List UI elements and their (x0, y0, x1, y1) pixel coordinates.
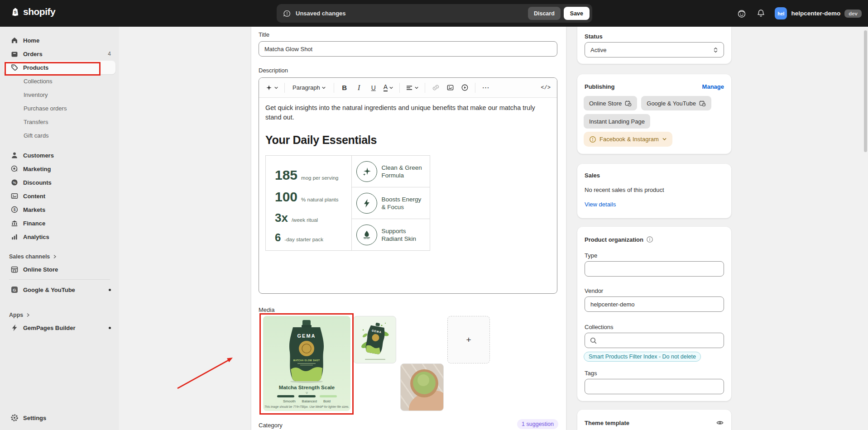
sidebar-item-discounts[interactable]: % Discounts (4, 176, 115, 189)
collection-tag[interactable]: Smart Products Filter Index - Do not del… (584, 352, 701, 362)
product-organization-card: Product organization Type Vendor Collect… (577, 227, 731, 401)
align-left-icon (406, 84, 413, 91)
media-thumbnail-featured[interactable]: GEMA MATCHA GLOW SHOT Matcha Strength Sc… (263, 316, 350, 411)
sidebar-nav: Home Orders 4 Products Collections Inven… (0, 27, 119, 430)
tags-input[interactable] (585, 379, 724, 394)
gear-icon (10, 413, 19, 422)
italic-button[interactable]: I (353, 81, 365, 95)
title-input[interactable] (259, 41, 557, 57)
sidebar-item-gempages[interactable]: GemPages Builder (4, 321, 115, 334)
pouch-brand-text: GEMA (297, 333, 316, 339)
sidebar-item-content[interactable]: Content (4, 189, 115, 203)
content-icon (10, 191, 19, 201)
sidebar-item-markets[interactable]: $ Markets (4, 203, 115, 216)
publishing-title: Publishing (585, 83, 614, 90)
eye-icon[interactable] (716, 419, 724, 427)
sidebar-item-orders[interactable]: Orders 4 (4, 47, 115, 61)
feature-row: Boosts Energy & Focus (352, 187, 430, 219)
sidekick-assistant-icon[interactable] (736, 8, 747, 19)
app-status-dot (109, 327, 111, 329)
description-content[interactable]: Get quick insights into the natural ingr… (259, 98, 557, 256)
channel-chip-online-store: Online Store (584, 96, 637, 110)
channel-chip-facebook-instagram[interactable]: Facebook & Instagram (584, 132, 672, 147)
sidebar-item-purchase-orders[interactable]: Purchase orders (4, 101, 115, 115)
stat-row: 6 -day starter pack (275, 231, 351, 244)
sidebar-item-marketing[interactable]: Marketing (4, 162, 115, 176)
tags-label: Tags (585, 370, 597, 377)
store-account-menu[interactable]: hel helpcenter-demo dev (775, 7, 862, 19)
insert-image-button[interactable] (444, 81, 456, 95)
search-icon (590, 337, 597, 344)
feature-row: Supports Radiant Skin (352, 219, 430, 250)
publishing-manage-link[interactable]: Manage (702, 83, 724, 90)
sales-channels-header[interactable]: Sales channels (4, 251, 115, 263)
channel-chip-instant-landing-page: Instant Landing Page (584, 114, 650, 129)
bold-button[interactable]: B (338, 81, 351, 95)
discard-button[interactable]: Discard (528, 7, 561, 20)
calendar-clock-icon (625, 100, 632, 107)
sidebar-item-finance[interactable]: Finance (4, 216, 115, 230)
sales-title: Sales (585, 172, 600, 179)
status-select[interactable]: Active (585, 42, 724, 57)
svg-text:$: $ (14, 207, 16, 212)
sparkle-feature-icon (356, 161, 377, 182)
sidebar-item-customers[interactable]: Customers (4, 148, 115, 162)
sidebar-item-analytics[interactable]: Analytics (4, 230, 115, 244)
ai-sparkle-button[interactable] (264, 81, 280, 95)
media-thumbnail-splash[interactable]: GEMA (353, 316, 396, 363)
discounts-icon: % (10, 178, 19, 187)
info-icon[interactable] (646, 236, 653, 243)
collections-search-input[interactable] (585, 333, 724, 348)
scale-bars (263, 395, 350, 397)
description-label: Description (259, 67, 288, 74)
media-thumbnail-bowl-photo[interactable] (400, 363, 444, 411)
pouch-label-text: MATCHA GLOW SHOT (293, 359, 320, 362)
category-suggestion-badge[interactable]: 1 suggestion (517, 419, 558, 429)
sidebar-item-settings[interactable]: Settings (4, 411, 115, 425)
add-media-button[interactable]: + (447, 316, 490, 363)
markets-icon: $ (10, 205, 19, 214)
text-color-button[interactable]: A (382, 81, 395, 95)
sidebar-item-collections[interactable]: Collections (4, 74, 115, 88)
svg-text:%: % (13, 181, 16, 185)
sales-view-details-link[interactable]: View details (585, 201, 616, 208)
type-input[interactable] (585, 261, 724, 277)
lightning-feature-icon (356, 193, 377, 214)
underline-button[interactable]: U (367, 81, 380, 95)
insert-video-button[interactable] (458, 81, 471, 95)
sidebar-item-products[interactable]: Products (4, 61, 115, 74)
orders-icon (10, 49, 19, 58)
google-youtube-icon: G (10, 285, 19, 294)
sidebar-item-online-store[interactable]: Online Store (4, 263, 115, 276)
page-scrollbar[interactable] (864, 30, 867, 152)
sales-empty-text: No recent sales of this product (585, 186, 664, 193)
vendor-input[interactable] (585, 296, 724, 312)
feature-row: Clean & Green Formula (352, 156, 430, 187)
sidebar-item-inventory[interactable]: Inventory (4, 88, 115, 101)
calendar-clock-icon (699, 100, 706, 107)
alignment-button[interactable] (404, 81, 421, 95)
sidebar-item-gift-cards[interactable]: Gift cards (4, 129, 115, 142)
format-dropdown[interactable]: Paragraph (289, 81, 330, 95)
theme-template-card: Theme template (577, 410, 731, 430)
code-view-button[interactable]: </> (539, 81, 552, 95)
chevron-down-icon (389, 86, 393, 90)
topbar: S shopify Unsaved changes Discard Save h… (0, 0, 868, 27)
link-button[interactable] (429, 81, 442, 95)
image-size-note: This image should be 774×756px. Use WebP… (263, 405, 350, 408)
sidebar-item-home[interactable]: Home (4, 33, 115, 47)
chevron-right-icon (25, 312, 31, 318)
sidebar-item-transfers[interactable]: Transfers (4, 115, 115, 129)
save-button[interactable]: Save (564, 7, 590, 20)
sidebar-item-google-youtube[interactable]: G Google & YouTube (4, 283, 115, 296)
warning-circle-icon (589, 136, 596, 143)
features-column: Clean & Green Formula Boosts Energy & Fo… (352, 156, 430, 250)
collections-label: Collections (585, 324, 614, 330)
notifications-bell-icon[interactable] (756, 9, 766, 18)
sidebar-divider (9, 279, 110, 280)
apps-header[interactable]: Apps (4, 309, 115, 321)
analytics-icon (10, 232, 19, 241)
shopify-logo[interactable]: S shopify (11, 6, 55, 17)
video-play-icon (461, 84, 469, 91)
more-options-button[interactable]: ⋯ (480, 81, 492, 95)
